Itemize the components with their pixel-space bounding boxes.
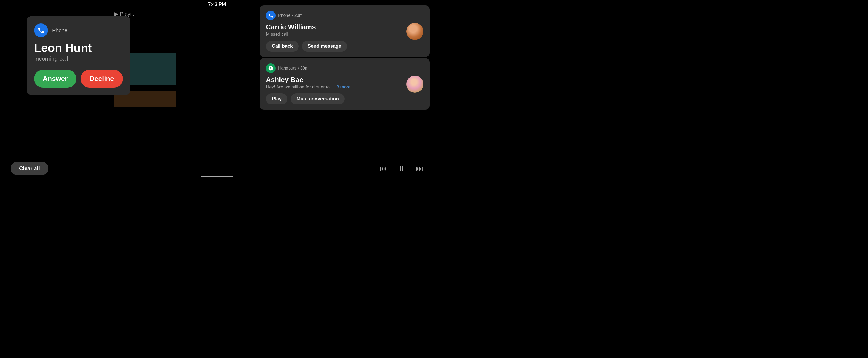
notif-1-actions: Call back Send message xyxy=(266,41,402,52)
prev-button[interactable]: ⏮ xyxy=(380,164,387,173)
more-link: + 3 more xyxy=(333,84,351,89)
play-button[interactable]: Play xyxy=(266,93,287,104)
caller-name: Leon Hunt xyxy=(34,42,123,54)
phone-app-icon xyxy=(34,23,48,37)
notif-1-contact: Carrie Williams xyxy=(266,23,402,31)
call-actions: Answer Decline xyxy=(34,70,123,88)
notif-2-header: Hangouts • 30m xyxy=(266,63,423,73)
clear-all-button[interactable]: Clear all xyxy=(11,162,49,175)
notif-2-actions: Play Mute conversation xyxy=(266,93,402,104)
notif-2-app-info: Hangouts • 30m xyxy=(278,66,308,71)
call-app-name: Phone xyxy=(52,27,67,33)
corner-top-left xyxy=(8,8,22,22)
notif-2-text: Ashley Bae Hey! Are we still on for dinn… xyxy=(266,76,402,104)
phone-icon-small xyxy=(268,13,273,18)
call-card-header: Phone xyxy=(34,23,123,37)
call-status: Incoming call xyxy=(34,55,123,62)
hangouts-icon xyxy=(268,65,273,71)
notif-2-body: Ashley Bae Hey! Are we still on for dinn… xyxy=(266,76,423,104)
notif-1-body: Carrie Williams Missed call Call back Se… xyxy=(266,23,423,52)
incoming-call-card: Phone Leon Hunt Incoming call Answer Dec… xyxy=(27,16,130,95)
notif-2-app-icon xyxy=(266,63,276,73)
answer-button[interactable]: Answer xyxy=(34,70,76,88)
next-button[interactable]: ⏭ xyxy=(416,164,423,173)
status-bar: 7:43 PM xyxy=(0,0,434,9)
home-indicator xyxy=(201,176,233,177)
notif-1-subtext: Missed call xyxy=(266,32,402,37)
decline-button[interactable]: Decline xyxy=(81,70,123,88)
notif-2-avatar xyxy=(406,76,423,93)
notification-card-2: Hangouts • 30m Ashley Bae Hey! Are we st… xyxy=(259,58,430,110)
notif-2-subtext: Hey! Are we still on for dinner to + 3 m… xyxy=(266,84,402,90)
notif-1-text: Carrie Williams Missed call Call back Se… xyxy=(266,23,402,52)
call-back-button[interactable]: Call back xyxy=(266,41,299,52)
notif-1-app-icon xyxy=(266,11,276,20)
send-message-button[interactable]: Send message xyxy=(302,41,347,52)
pause-button[interactable]: ⏸ xyxy=(398,164,405,173)
notif-1-header: Phone • 20m xyxy=(266,11,423,20)
mute-conversation-button[interactable]: Mute conversation xyxy=(291,93,345,104)
phone-icon xyxy=(37,27,45,34)
notifications-panel: Phone • 20m Carrie Williams Missed call … xyxy=(259,5,430,110)
media-controls: ⏮ ⏸ ⏭ xyxy=(380,164,423,173)
notification-card-1: Phone • 20m Carrie Williams Missed call … xyxy=(259,5,430,57)
notif-1-avatar xyxy=(406,23,423,40)
notif-2-contact: Ashley Bae xyxy=(266,76,402,84)
notif-1-app-info: Phone • 20m xyxy=(278,13,303,18)
clock: 7:43 PM xyxy=(208,2,226,7)
